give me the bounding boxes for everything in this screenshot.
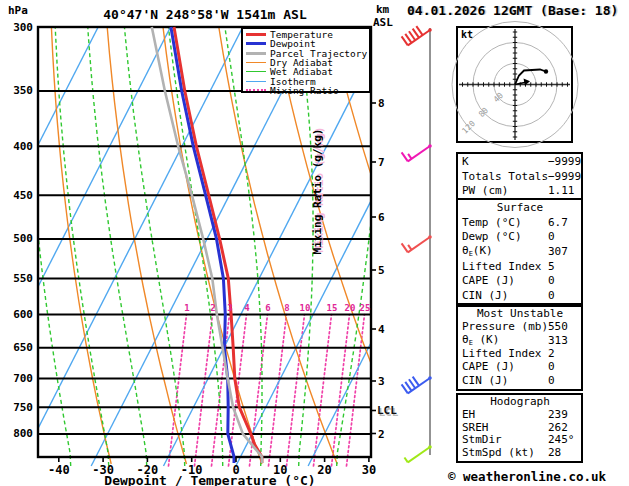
legend: TemperatureDewpointParcel TrajectoryDry … [241, 27, 371, 93]
pressure-tick-label: 300 [3, 22, 33, 33]
info-row: Totals Totals−9999 [458, 169, 581, 184]
info-label: θE (K) [462, 333, 548, 347]
wind-barb [402, 26, 432, 45]
info-value: 0 [548, 289, 578, 302]
info-box-most-unstable: Most UnstablePressure (mb)550θE (K)313Li… [456, 305, 583, 391]
info-box-indices: K−9999Totals Totals−9999PW (cm)1.11Surfa… [456, 152, 583, 305]
info-label: Lifted Index [462, 347, 548, 360]
legend-swatch-isotherm-line [246, 81, 266, 82]
pressure-tick-label: 600 [3, 309, 33, 320]
legend-item: Mixing Ratio [246, 86, 369, 95]
pressure-tick-label: 500 [3, 233, 33, 244]
info-row: SREH262 [458, 421, 581, 434]
info-row: Lifted Index5 [458, 259, 581, 274]
pressure-tick-label: 800 [3, 428, 33, 439]
info-value: 0 [548, 274, 578, 287]
mixing-ratio-value-label: 25 [360, 303, 371, 313]
info-label: K [462, 155, 548, 168]
info-label: Totals Totals [462, 170, 548, 183]
info-label: θE(K) [462, 244, 548, 258]
info-value: 550 [548, 320, 578, 333]
info-label: PW (cm) [462, 184, 548, 197]
dry-adiabat-line [51, 27, 111, 464]
info-row: CAPE (J)0 [458, 360, 581, 373]
skewt-sounding-panel: 4080120 hPa 40°47'N 248°58'W 1541m ASL k… [0, 0, 629, 486]
info-label: CIN (J) [462, 289, 548, 302]
pressure-tick-label: 650 [3, 342, 33, 353]
legend-label: Mixing Ratio [270, 86, 339, 95]
altitude-unit-km-label: km [376, 3, 389, 16]
info-value: −9999 [548, 170, 581, 183]
wind-barb [402, 235, 432, 252]
info-value: 6.7 [548, 216, 578, 229]
info-value: 28 [548, 446, 578, 459]
info-label: CIN (J) [462, 374, 548, 387]
mixing-ratio-value-label: 4 [244, 303, 249, 313]
altitude-tick-label: 2 [378, 428, 385, 441]
info-row: Lifted Index2 [458, 347, 581, 360]
info-label: Temp (°C) [462, 216, 548, 229]
legend-label: Wet Adiabat [270, 67, 333, 76]
pressure-unit-label: hPa [8, 4, 28, 17]
wind-barb [404, 445, 431, 462]
altitude-unit-asl-label: ASL [373, 16, 393, 29]
info-row: CAPE (J)0 [458, 274, 581, 289]
legend-swatch-dewpoint-line [246, 42, 266, 45]
info-label: Pressure (mb) [462, 320, 548, 333]
info-label: EH [462, 408, 548, 421]
info-value: 313 [548, 334, 578, 347]
mixing-ratio-value-label: 8 [284, 303, 289, 313]
info-section-title: Most Unstable [458, 307, 581, 320]
info-row: Temp (°C)6.7 [458, 215, 581, 230]
info-box-hodograph-stats: HodographEH239SREH262StmDir245°StmSpd (k… [456, 393, 583, 463]
info-value: 0 [548, 374, 578, 387]
pressure-tick-label: 400 [3, 141, 33, 152]
isotherm-line [19, 27, 243, 466]
legend-swatch-wet-adiabat-line [246, 71, 266, 72]
legend-swatch-dry-adiabat-line [246, 62, 266, 63]
info-value: 0 [548, 230, 578, 243]
pressure-tick-label: 350 [3, 85, 33, 96]
info-row: CIN (J)0 [458, 374, 581, 387]
kt-unit-label: kt [461, 29, 473, 40]
mixing-ratio-value-label: 15 [327, 303, 338, 313]
chart-title: 40°47'N 248°58'W 1541m ASL [40, 7, 370, 22]
info-label: SREH [462, 421, 548, 434]
pressure-tick-label: 750 [3, 402, 33, 413]
info-row: θE (K)313 [458, 334, 581, 347]
mixing-ratio-value-label: 20 [345, 303, 356, 313]
legend-swatch-temperature-line [246, 33, 266, 36]
altitude-tick-label: 4 [378, 323, 385, 336]
mixing-ratio-axis-title: Mixing Ratio (g/kg) [311, 104, 324, 279]
x-axis-title: Dewpoint / Temperature (°C) [40, 473, 380, 486]
mixing-ratio-value-label: 6 [265, 303, 270, 313]
info-label: Lifted Index [462, 260, 548, 273]
wind-barb [402, 376, 432, 393]
altitude-tick-label: 5 [378, 264, 385, 277]
mixing-ratio-value-label: 1 [184, 303, 189, 313]
info-row: θE(K)307 [458, 244, 581, 259]
copyright-link[interactable]: © weatheronline.co.uk [448, 469, 606, 484]
info-value: 2 [548, 347, 578, 360]
info-section-title: Surface [458, 200, 581, 215]
altitude-tick-label: 6 [378, 211, 385, 224]
mixing-ratio-line [195, 315, 213, 466]
info-label: CAPE (J) [462, 360, 548, 373]
altitude-tick-label: 3 [378, 375, 385, 388]
info-row: StmDir245° [458, 433, 581, 446]
pressure-tick-label: 550 [3, 273, 33, 284]
info-label: CAPE (J) [462, 274, 548, 287]
dry-adiabat-line [107, 27, 186, 464]
mixing-ratio-line [269, 315, 287, 466]
info-label: StmDir [462, 433, 548, 446]
info-value: 262 [548, 421, 578, 434]
info-section-title: Hodograph [458, 395, 581, 408]
legend-swatch-parcel-trajectory-line [246, 52, 266, 55]
altitude-tick-label: 7 [378, 156, 385, 169]
info-row: Pressure (mb)550 [458, 320, 581, 333]
info-row: EH239 [458, 408, 581, 421]
wind-barb [402, 144, 432, 161]
info-row: StmSpd (kt)28 [458, 446, 581, 459]
info-row: K−9999 [458, 154, 581, 169]
info-value: 307 [548, 245, 578, 258]
